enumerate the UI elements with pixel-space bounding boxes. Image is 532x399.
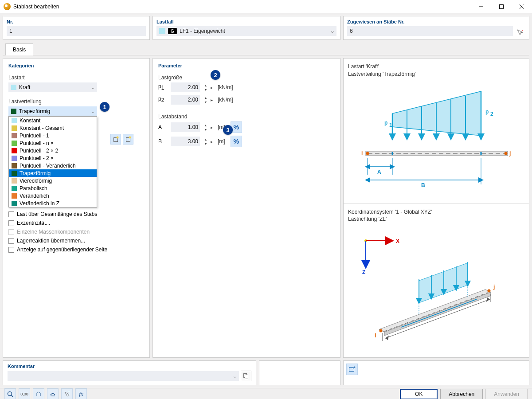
parameter-heading: Parameter xyxy=(158,63,335,68)
new-load-alt-button[interactable] xyxy=(123,134,133,145)
zugewiesen-input[interactable]: 6 xyxy=(347,26,513,36)
lastfall-select[interactable]: G LF1 - Eigengewicht ⌵ xyxy=(156,26,336,36)
svg-rect-23 xyxy=(366,151,508,156)
b-row: B 3.00 ▴▾ ▸ [m] % xyxy=(158,136,335,147)
kategorien-heading: Kategorien xyxy=(8,63,144,68)
callout-1: 1 xyxy=(100,102,110,112)
p1-row: p1 2.00 ▴▾ ▸ [kN/m] xyxy=(158,82,335,92)
a-down[interactable]: ▾ xyxy=(203,127,208,132)
window-title: Stablast bearbeiten xyxy=(13,4,471,10)
dropdown-item-punktuell-n[interactable]: Punktuell - n × xyxy=(9,139,97,147)
svg-rect-60 xyxy=(245,375,248,379)
a-input[interactable]: 1.00 xyxy=(171,122,200,132)
svg-rect-61 xyxy=(349,368,354,372)
b-up[interactable]: ▴ xyxy=(203,137,208,141)
opt-anzeige-gegenueber[interactable]: Anzeige auf gegenüberliegender Seite xyxy=(8,246,144,253)
p1-arrow-icon[interactable]: ▸ xyxy=(211,85,215,90)
p1-down[interactable]: ▾ xyxy=(203,87,208,92)
svg-text:p: p xyxy=(384,120,387,126)
p1-unit: [kN/m] xyxy=(218,84,233,90)
tool-button-1[interactable] xyxy=(33,388,44,399)
dropdown-item-parabolisch[interactable]: Parabolisch xyxy=(9,184,97,192)
tab-basis[interactable]: Basis xyxy=(5,43,33,55)
kommentar-label: Kommentar xyxy=(8,364,251,369)
a-label: A xyxy=(158,124,168,130)
svg-point-62 xyxy=(354,367,356,368)
dropdown-item-konstant[interactable]: Konstant xyxy=(9,117,97,124)
p1-label: p1 xyxy=(158,83,168,91)
tool-button-4[interactable]: fx xyxy=(75,388,87,399)
view-settings-button[interactable] xyxy=(346,364,358,375)
tool-button-2[interactable] xyxy=(47,388,59,399)
titlebar: Stablast bearbeiten xyxy=(0,0,532,13)
lastverteilung-label: Lastverteilung xyxy=(8,98,144,105)
dropdown-item-trapez[interactable]: Trapezförmig xyxy=(9,169,97,177)
lastart-select[interactable]: Kraft ⌵ xyxy=(8,82,97,92)
tab-bar: Basis xyxy=(3,43,529,55)
p1-input[interactable]: 2.00 xyxy=(171,82,200,92)
close-button[interactable] xyxy=(512,0,532,13)
svg-text:A: A xyxy=(377,169,381,175)
lastart-swatch xyxy=(11,85,16,90)
dropdown-item-punktuell-var[interactable]: Punktuell - Veränderlich xyxy=(9,162,97,169)
p2-arrow-icon[interactable]: ▸ xyxy=(211,98,215,102)
tool-button-3[interactable] xyxy=(61,388,73,399)
lastfall-label: Lastfall xyxy=(156,19,336,24)
callout-2: 2 xyxy=(211,70,220,80)
opt-lagerreaktion[interactable]: Lagerreaktion übernehmen... xyxy=(8,238,144,244)
zugewiesen-label: Zugewiesen an Stäbe Nr. xyxy=(347,19,525,24)
kommentar-library-button[interactable] xyxy=(241,371,251,381)
b-down[interactable]: ▾ xyxy=(203,141,208,146)
lastverteilung-select[interactable]: Trapezförmig ⌵ Konstant Konstant - Gesam… xyxy=(8,106,97,116)
bottom-row: Kommentar ⌵ xyxy=(3,360,529,385)
p2-row: p2 2.00 ▴▾ ▸ [kN/m] xyxy=(158,95,335,105)
chevron-down-icon: ⌵ xyxy=(234,374,236,379)
a-up[interactable]: ▴ xyxy=(203,123,208,127)
dropdown-item-viereck[interactable]: Viereckförmig xyxy=(9,177,97,184)
svg-line-55 xyxy=(385,299,490,338)
minimize-button[interactable] xyxy=(471,0,491,13)
nr-label: Nr. xyxy=(7,19,146,24)
p2-down[interactable]: ▾ xyxy=(203,100,208,104)
b-arrow-icon[interactable]: ▸ xyxy=(211,139,215,144)
svg-line-56 xyxy=(401,299,477,327)
p1-up[interactable]: ▴ xyxy=(203,83,208,87)
coord-system-preview: Koordinatensystem '1 - Global XYZ'Lastri… xyxy=(344,204,529,358)
b-input[interactable]: 3.00 xyxy=(171,137,200,146)
nr-input[interactable]: 1 xyxy=(7,26,146,36)
new-load-button[interactable] xyxy=(110,134,121,145)
pick-member-button[interactable] xyxy=(516,28,524,37)
svg-point-45 xyxy=(488,289,491,293)
dropdown-item-veraenderlich-z[interactable]: Veränderlich in Z xyxy=(9,200,97,207)
units-button[interactable]: 0,00 xyxy=(19,388,30,399)
b-unit: [m] xyxy=(218,138,225,145)
nr-box: Nr. 1 xyxy=(3,16,150,40)
cancel-button[interactable]: Abbrechen xyxy=(440,389,483,399)
p2-unit: [kN/m] xyxy=(218,97,233,103)
a-arrow-icon[interactable]: ▸ xyxy=(211,125,215,130)
dropdown-item-punktuell-2x2[interactable]: Punktuell - 2 × 2 xyxy=(9,147,97,154)
svg-text:1: 1 xyxy=(389,122,392,128)
kommentar-select[interactable]: ⌵ xyxy=(8,371,239,381)
opt-gesamtlaenge[interactable]: Last über Gesamtlänge des Stabs xyxy=(8,211,144,217)
svg-rect-1 xyxy=(500,4,504,8)
svg-point-25 xyxy=(366,152,369,155)
svg-line-64 xyxy=(12,395,13,397)
p2-input[interactable]: 2.00 xyxy=(171,95,200,105)
svg-text:B: B xyxy=(421,182,425,188)
b-percent-button[interactable]: % xyxy=(231,136,242,147)
ok-button[interactable]: OK xyxy=(400,389,438,399)
svg-point-26 xyxy=(505,152,508,155)
dropdown-item-konstant-gesamt[interactable]: Konstant - Gesamt xyxy=(9,124,97,132)
lastverteilung-dropdown: Konstant Konstant - Gesamt Punktuell - 1… xyxy=(8,116,97,207)
a-row: A 1.00 ▴▾ ▸ [m] % xyxy=(158,121,335,133)
dropdown-item-veraenderlich[interactable]: Veränderlich xyxy=(9,192,97,200)
help-button[interactable] xyxy=(4,388,16,399)
opt-exzentrizitaet[interactable]: Exzentrizität... xyxy=(8,220,144,226)
p2-up[interactable]: ▴ xyxy=(203,95,208,100)
maximize-button[interactable] xyxy=(491,0,512,13)
opt-massenkomponenten: Einzelne Massenkomponenten xyxy=(8,229,144,235)
dropdown-item-punktuell-2[interactable]: Punktuell - 2 × xyxy=(9,154,97,162)
dropdown-item-punktuell-1[interactable]: Punktuell - 1 xyxy=(9,132,97,139)
preview-panel: Lastart 'Kraft'Lastverteilung 'Trapezför… xyxy=(343,58,529,358)
